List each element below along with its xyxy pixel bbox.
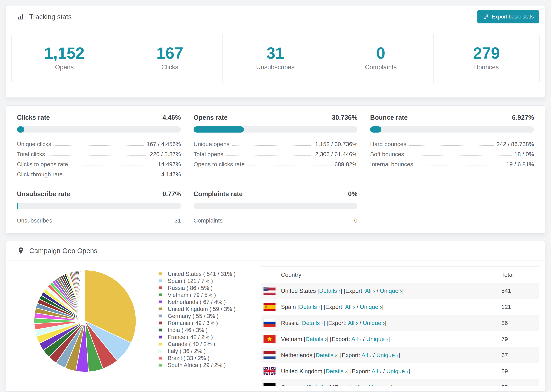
row-text-part: / (355, 304, 360, 310)
rate-title-row: Opens rate30.736% (194, 114, 357, 121)
rate-item: Soft bounces18 / 0% (370, 149, 534, 159)
row-text-part: Vietnam [ (281, 336, 305, 342)
flag-de-icon (263, 383, 276, 386)
country-cell: Vietnam [Details ›] [Export: All › / Uni… (281, 336, 501, 343)
column-header-country: Country (281, 271, 501, 278)
rate-item: Click through rate4.147% (17, 169, 181, 179)
rate-item-value: 167 / 4.456% (147, 141, 181, 147)
details-link[interactable]: Details › (319, 287, 340, 294)
geo-table-clip: Country Total United States [Details ›] … (261, 266, 539, 386)
table-row: Spain [Details ›] [Export: All › / Uniqu… (261, 299, 539, 315)
legend-item: Vietnam ( 79 / 5% ) (158, 291, 261, 298)
export-all-link[interactable]: All › (351, 336, 361, 342)
export-unique-link[interactable]: Unique › (376, 352, 398, 358)
rate-item-value: 31 (174, 217, 181, 224)
rate-item-label: Unique opens (194, 141, 229, 147)
legend-item: Spain ( 121 / 7% ) (158, 277, 261, 284)
export-all-link[interactable]: All › (365, 287, 375, 294)
legend-label: Germany ( 55 / 3% ) (168, 313, 219, 319)
progress-bar-fill (17, 126, 24, 133)
export-unique-link[interactable]: Unique › (380, 287, 402, 294)
legend-label: Brazil ( 33 / 2% ) (168, 355, 209, 361)
rate-item-label: Hard bounces (370, 141, 406, 147)
bar-chart-icon (17, 13, 25, 21)
legend-label: Russia ( 86 / 5% ) (168, 285, 212, 291)
export-unique-link[interactable]: Unique › (363, 320, 385, 326)
export-unique-link[interactable]: Unique › (360, 304, 382, 310)
total-cell: 67 (501, 352, 539, 358)
export-all-link[interactable]: All › (345, 304, 355, 310)
legend-swatch (158, 363, 163, 367)
details-link[interactable]: Details › (326, 368, 347, 374)
legend-item: Germany ( 55 / 3% ) (158, 313, 261, 320)
row-text-part: ] (391, 384, 392, 386)
dotted-leader (226, 155, 312, 156)
dotted-leader (225, 222, 352, 222)
rate-item-value: 242 / 86.738% (497, 141, 534, 147)
details-link[interactable]: Details › (316, 352, 337, 358)
rate-item: Unique clicks167 / 4.456% (17, 139, 181, 149)
rate-item: Clicks to opens rate14.497% (17, 159, 181, 169)
tracking-stats-title: Tracking stats (17, 13, 71, 21)
export-unique-link[interactable]: Unique › (366, 336, 388, 342)
legend-label: Spain ( 121 / 7% ) (168, 278, 213, 284)
geo-body: United States ( 541 / 31% )Spain ( 121 /… (6, 260, 545, 391)
stat-value: 279 (434, 45, 539, 61)
rate-item-label: Unsubscribes (17, 217, 52, 224)
rate-block: Opens rate30.736%Unique opens1,152 / 30.… (194, 114, 357, 179)
tracking-stats-header: Tracking stats Export basic stats (6, 6, 545, 28)
country-cell: United States [Details ›] [Export: All ›… (281, 287, 501, 294)
export-all-link[interactable]: All › (372, 368, 381, 374)
stat-label: Clicks (117, 64, 222, 71)
details-link[interactable]: Details › (302, 320, 323, 326)
country-cell: Germany [Details ›] [Export: All › / Uni… (281, 384, 501, 386)
total-cell: 59 (501, 368, 539, 375)
table-row: Germany [Details ›] [Export: All › / Uni… (261, 379, 539, 386)
dotted-leader (409, 145, 494, 146)
export-all-link[interactable]: All › (348, 320, 358, 326)
rate-item-value: 2,303 / 61.446% (315, 151, 357, 158)
progress-bar (194, 203, 357, 209)
progress-bar (370, 126, 534, 133)
rate-item: Unique opens1,152 / 30.736% (194, 139, 357, 149)
legend-label: Italy ( 36 / 2% ) (168, 348, 206, 354)
export-basic-stats-button[interactable]: Export basic stats (477, 10, 539, 23)
geo-legend: United States ( 541 / 31% )Spain ( 121 /… (140, 266, 261, 369)
legend-swatch (158, 300, 163, 304)
rate-item-label: Internal bounces (370, 161, 413, 168)
legend-item: Canada ( 40 / 2% ) (158, 341, 261, 348)
rate-block: Clicks rate4.46%Unique clicks167 / 4.456… (17, 114, 181, 179)
rate-title: Unsubscribe rate (17, 190, 70, 198)
table-row: Russia [Details ›] [Export: All › / Uniq… (261, 315, 539, 331)
legend-item: Brazil ( 33 / 2% ) (158, 355, 261, 362)
legend-label: France ( 42 / 2% ) (168, 334, 213, 340)
dotted-leader (232, 145, 312, 146)
stat-label: Unsubscribes (223, 64, 328, 71)
row-text-part: ] (402, 287, 403, 294)
row-text-part: ] [Export: (327, 336, 352, 342)
rate-value: 4.46% (162, 114, 181, 121)
row-text-part: ] [Export: (337, 352, 361, 358)
rate-items: Hard bounces242 / 86.738%Soft bounces18 … (370, 139, 534, 169)
total-cell: 121 (501, 304, 539, 310)
legend-swatch (158, 286, 163, 290)
export-unique-link[interactable]: Unique › (386, 368, 409, 374)
export-all-link[interactable]: All › (354, 384, 364, 386)
legend-item: United States ( 541 / 31% ) (158, 270, 261, 277)
details-link[interactable]: Details › (305, 336, 327, 342)
legend-swatch (158, 335, 163, 339)
details-link[interactable]: Details › (308, 384, 330, 386)
rate-items: Unique opens1,152 / 30.736%Total opens2,… (194, 139, 357, 169)
export-unique-link[interactable]: Unique › (369, 384, 391, 386)
details-link[interactable]: Details › (299, 304, 320, 310)
rate-item: Total opens2,303 / 61.446% (194, 149, 357, 159)
legend-item: Italy ( 36 / 2% ) (158, 348, 261, 355)
legend-label: India ( 46 / 3% ) (168, 327, 208, 333)
legend-label: United Kingdom ( 59 / 3% ) (168, 306, 235, 312)
legend-swatch (158, 342, 163, 346)
tracking-stats-card: Tracking stats Export basic stats 1,152O… (6, 5, 545, 98)
row-text-part: ] (388, 336, 390, 342)
legend-label: South Africa ( 29 / 2% ) (168, 362, 226, 368)
export-all-link[interactable]: All › (361, 352, 372, 358)
row-text-part: ] (398, 352, 400, 358)
